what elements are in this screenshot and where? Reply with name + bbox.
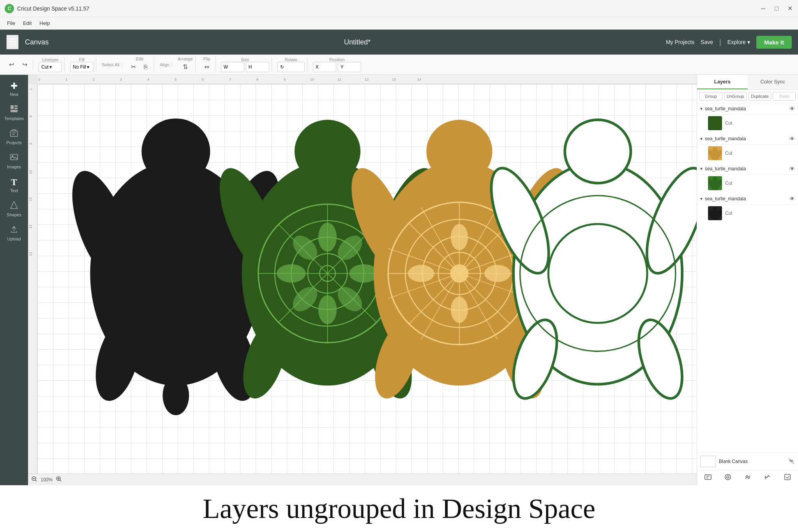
blank-canvas-eye-icon[interactable] (788, 458, 795, 466)
svg-line-73 (35, 480, 37, 482)
panel-icon-2[interactable] (724, 473, 732, 483)
svg-point-62 (408, 265, 434, 282)
header-divider: | (719, 38, 721, 46)
rotate-dropdown[interactable]: ↻ (277, 62, 305, 72)
layer-expand-4[interactable]: ▾ (700, 196, 703, 201)
panel-icon-5[interactable] (784, 473, 791, 483)
select-all-group: Select All (99, 62, 122, 67)
position-section: Position X Y (313, 57, 361, 72)
width-dropdown[interactable]: W (221, 62, 244, 72)
zoom-in-icon[interactable] (56, 476, 62, 483)
ruler-left: 7 8 9 10 11 12 13 (28, 84, 37, 476)
flip-group: Flip ⇔ (199, 57, 215, 73)
tab-layers[interactable]: Layers (697, 75, 748, 89)
svg-point-63 (484, 265, 511, 282)
y-dropdown[interactable]: Y (338, 62, 361, 72)
blank-canvas-row: Blank Canvas (697, 452, 798, 470)
fill-label: Fill (79, 57, 85, 62)
menu-help[interactable]: Help (35, 20, 54, 26)
undo-button[interactable]: ↩ (5, 59, 17, 71)
group-button[interactable]: Group (699, 92, 722, 101)
menu-edit[interactable]: Edit (19, 20, 35, 26)
hamburger-menu-button[interactable]: ☰ (6, 35, 19, 49)
turtles-artwork[interactable] (37, 84, 697, 476)
arrange-section: Arrange ⇅ (178, 57, 193, 73)
layer-eye-4[interactable]: 👁 (789, 196, 795, 202)
redo-button[interactable]: ↪ (19, 59, 30, 71)
flip-icon[interactable]: ⇔ (201, 61, 213, 73)
explore-button[interactable]: Explore ▾ (727, 39, 750, 45)
rotate-group: Rotate ↻ (275, 57, 307, 72)
my-projects-button[interactable]: My Projects (666, 39, 694, 45)
sidebar-item-new[interactable]: ✚ New (2, 78, 26, 100)
sidebar-item-templates[interactable]: Templates (2, 101, 26, 124)
layer-eye-1[interactable]: 👁 (789, 106, 795, 112)
tab-color-sync[interactable]: Color Sync (748, 75, 798, 89)
canvas-bottom-bar: 100% (28, 474, 697, 485)
panel-icon-3[interactable] (744, 473, 752, 483)
select-all-section: Select All (102, 62, 119, 67)
sidebar-item-upload[interactable]: Upload (2, 222, 26, 244)
height-dropdown[interactable]: H (246, 62, 269, 72)
rotate-section: Rotate ↻ (277, 57, 305, 72)
blank-canvas-thumbnail (700, 456, 716, 467)
ungroup-button[interactable]: UnGroup (724, 92, 747, 101)
layer-thumb-3 (708, 176, 722, 190)
zoom-level: 100% (41, 477, 53, 483)
svg-point-61 (451, 297, 468, 323)
x-dropdown[interactable]: X (313, 62, 336, 72)
sidebar-item-images[interactable]: Images (2, 150, 26, 172)
make-it-button[interactable]: Make It (756, 36, 792, 49)
layer-detail-4: Cut (697, 205, 798, 223)
layer-eye-2[interactable]: 👁 (789, 136, 795, 142)
layer-item-2: ▾ sea_turtle_mandala 👁 (697, 133, 798, 145)
layer-expand-2[interactable]: ▾ (700, 136, 703, 141)
app-icon: C (5, 4, 14, 13)
arrange-icon[interactable]: ⇅ (179, 61, 191, 73)
panel-icon-1[interactable] (704, 473, 712, 483)
size-group: Size W H (219, 57, 272, 72)
svg-point-92 (713, 207, 717, 211)
canvas-area[interactable]: 0 1 2 3 4 5 6 7 8 9 10 11 12 13 14 7 8 9… (28, 75, 697, 485)
ruler-top: 0 1 2 3 4 5 6 7 8 9 10 11 12 13 14 (37, 75, 697, 84)
svg-point-100 (725, 474, 731, 480)
layer-name-4: sea_turtle_mandala (705, 196, 787, 201)
maximize-button[interactable]: □ (773, 5, 780, 12)
layer-detail-3: Cut (697, 175, 798, 193)
canvas-grid[interactable] (37, 84, 697, 476)
size-label: Size (241, 57, 249, 62)
sidebar-item-shapes[interactable]: Shapes (2, 198, 26, 220)
align-label: Align (160, 62, 169, 67)
close-button[interactable]: ✕ (786, 5, 793, 12)
svg-point-19 (295, 120, 360, 183)
layer-item-1: ▾ sea_turtle_mandala 👁 (697, 103, 798, 115)
layer-thumb-1 (708, 116, 722, 130)
layer-eye-3[interactable]: 👁 (789, 166, 795, 172)
select-all-label: Select All (102, 62, 119, 67)
delete-button[interactable]: Delet (773, 92, 796, 101)
left-sidebar: ✚ New Templates (0, 75, 28, 485)
layer-expand-3[interactable]: ▾ (700, 166, 703, 171)
sidebar-item-text[interactable]: T Text (2, 174, 26, 196)
main-layout: ✚ New Templates (0, 75, 798, 485)
menu-file[interactable]: File (3, 20, 19, 26)
svg-rect-2 (14, 108, 18, 109)
minimize-button[interactable]: ─ (760, 5, 767, 12)
panel-icon-4[interactable] (764, 473, 772, 483)
svg-point-60 (451, 224, 468, 251)
sidebar-item-projects[interactable]: Projects (2, 125, 26, 148)
linetype-dropdown[interactable]: Cut ▾ (39, 62, 62, 72)
fill-dropdown[interactable]: No Fill ▾ (70, 62, 94, 72)
save-button[interactable]: Save (701, 39, 713, 45)
svg-point-34 (318, 295, 337, 324)
layer-expand-1[interactable]: ▾ (700, 106, 703, 111)
svg-rect-4 (11, 131, 18, 136)
align-section: Align (160, 62, 169, 67)
paste-icon[interactable]: ⎘ (140, 61, 152, 73)
cut-icon[interactable]: ✂ (127, 61, 139, 73)
shapes-icon (10, 201, 18, 212)
zoom-out-icon[interactable] (31, 476, 37, 483)
svg-rect-1 (14, 105, 18, 107)
duplicate-button[interactable]: Duplicate (749, 92, 772, 101)
svg-point-101 (727, 476, 729, 478)
